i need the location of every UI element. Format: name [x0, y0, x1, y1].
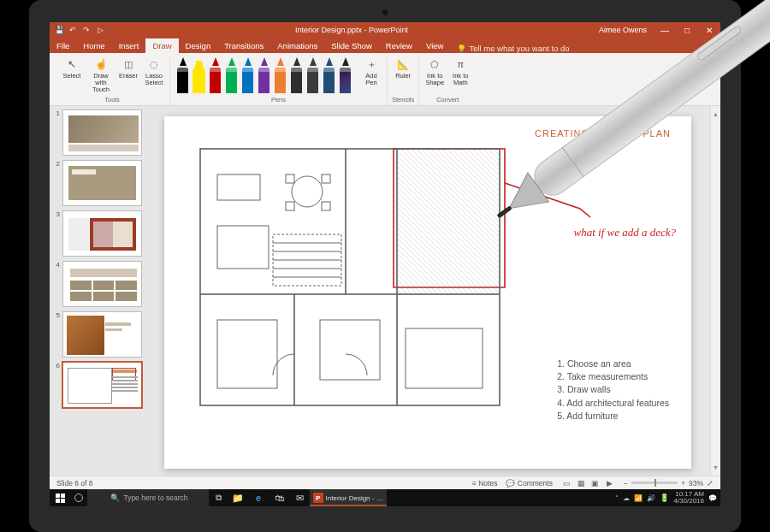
group-label-stencils: Stencils	[392, 96, 414, 105]
normal-view-icon[interactable]: ▭	[561, 479, 573, 488]
folder-icon: 📁	[232, 493, 244, 504]
zoom-in-icon[interactable]: +	[681, 479, 685, 488]
thumbnail-5[interactable]: 5	[53, 311, 142, 358]
ink-to-math-button[interactable]: π Ink to Math	[449, 56, 471, 86]
redo-icon[interactable]: ↷	[82, 26, 91, 34]
quick-access-toolbar: 💾 ↶ ↷ ▷	[50, 26, 104, 34]
pen-5[interactable]	[257, 57, 271, 93]
taskbar-search[interactable]: 🔍 Type here to search	[87, 489, 209, 506]
slide-list[interactable]: 1. Choose an area 2. Take measurements 3…	[557, 358, 669, 423]
shape-icon: ⬠	[427, 56, 442, 72]
close-button[interactable]: ✕	[698, 26, 720, 35]
tab-draw[interactable]: Draw	[145, 38, 178, 53]
task-view-button[interactable]: ⧉	[209, 489, 228, 506]
pen-3[interactable]	[224, 57, 239, 93]
start-slideshow-icon[interactable]: ▷	[96, 26, 104, 34]
tab-file[interactable]: File	[50, 38, 76, 53]
minimize-button[interactable]: —	[654, 26, 676, 35]
pen-10[interactable]	[338, 57, 352, 93]
onedrive-icon[interactable]: ☁	[623, 494, 630, 502]
ink-to-shape-button[interactable]: ⬠ Ink to Shape	[424, 56, 446, 86]
pen-4[interactable]	[240, 57, 255, 93]
battery-icon[interactable]: 🔋	[660, 494, 669, 502]
tab-review[interactable]: Review	[379, 38, 419, 53]
tray-chevron-icon[interactable]: ˄	[615, 494, 619, 502]
tab-animations[interactable]: Animations	[270, 38, 324, 53]
slide-heading[interactable]: CREATING A FLOOR PLAN	[535, 128, 671, 139]
taskbar-clock[interactable]: 10:17 AM 4/30/2018	[673, 491, 704, 505]
tell-me[interactable]: 💡 Tell me what you want to do	[457, 44, 569, 53]
ruler-button[interactable]: 📐 Ruler	[392, 56, 414, 80]
view-buttons: ▭ ▦ ▣ ▶	[561, 479, 615, 488]
add-pen-button[interactable]: ＋ Add Pen	[360, 56, 382, 86]
wifi-icon[interactable]: 📶	[634, 494, 643, 502]
pen-6[interactable]	[273, 57, 287, 93]
tab-transitions[interactable]: Transitions	[217, 38, 270, 53]
tab-slideshow[interactable]: Slide Show	[324, 38, 379, 53]
signed-in-user[interactable]: Aimee Owens	[599, 26, 654, 34]
fit-to-window-icon[interactable]: ⤢	[707, 479, 714, 488]
pen-8[interactable]	[305, 57, 320, 93]
thumbnail-1[interactable]: 1	[53, 109, 142, 156]
svg-point-8	[292, 176, 323, 207]
undo-icon[interactable]: ↶	[68, 26, 77, 34]
lasso-select-button[interactable]: ◌ Lasso Select	[143, 56, 165, 86]
select-button[interactable]: ↖ Select	[59, 56, 85, 80]
floor-plan-image[interactable]	[192, 140, 508, 414]
sorter-view-icon[interactable]: ▦	[575, 479, 587, 488]
taskbar-app-explorer[interactable]: 📁	[228, 489, 248, 506]
slide-indicator[interactable]: Slide 6 of 8	[56, 479, 93, 488]
svg-rect-25	[61, 494, 65, 498]
powerpoint-icon: P	[313, 493, 323, 503]
ink-handwriting[interactable]: what if we add a deck?	[573, 226, 676, 239]
scroll-up-icon[interactable]: ▲	[713, 111, 719, 117]
eraser-button[interactable]: ◫ Eraser	[117, 56, 139, 80]
svg-rect-14	[217, 226, 269, 269]
zoom-slider[interactable]	[631, 482, 678, 484]
volume-icon[interactable]: 🔊	[647, 494, 655, 502]
thumbnail-6[interactable]: 6	[53, 362, 142, 408]
comments-button[interactable]: 💬 Comments	[506, 479, 552, 488]
start-button[interactable]	[50, 489, 70, 506]
system-tray[interactable]: ˄ ☁ 📶 🔊 🔋 10:17 AM 4/30/2018 💬	[615, 491, 720, 505]
save-icon[interactable]: 💾	[55, 26, 63, 34]
slide-thumbnails[interactable]: 1 2 3 4 5 6	[50, 106, 145, 476]
taskbar-app-edge[interactable]: e	[248, 489, 269, 506]
pen-7[interactable]	[289, 57, 304, 93]
taskbar: 🔍 Type here to search ⧉ 📁 e 🛍 ✉ P Interi…	[50, 489, 720, 506]
taskbar-app-mail[interactable]: ✉	[289, 489, 310, 506]
tab-view[interactable]: View	[419, 38, 450, 53]
tab-insert[interactable]: Insert	[112, 38, 146, 53]
draw-with-touch-button[interactable]: ☝ Draw with Touch	[88, 56, 114, 93]
highlighter-1[interactable]	[192, 57, 206, 93]
svg-rect-26	[56, 499, 60, 503]
taskbar-app-store[interactable]: 🛍	[269, 489, 289, 506]
cursor-icon: ↖	[64, 56, 80, 72]
scroll-down-icon[interactable]: ▼	[713, 464, 719, 470]
zoom-control[interactable]: − + 93% ⤢	[624, 479, 714, 488]
zoom-percent[interactable]: 93%	[689, 479, 703, 488]
vertical-scrollbar[interactable]: ▲ ▼	[710, 106, 720, 476]
taskbar-app-powerpoint[interactable]: P Interior Design - P...	[310, 489, 387, 506]
cortana-button[interactable]	[70, 489, 87, 506]
thumbnail-2[interactable]: 2	[53, 160, 142, 206]
pen-2[interactable]	[208, 57, 222, 93]
action-center-icon[interactable]: 💬	[708, 494, 717, 502]
tab-home[interactable]: Home	[76, 38, 111, 53]
group-pens: ＋ Add Pen Pens	[170, 56, 388, 105]
tab-design[interactable]: Design	[179, 38, 218, 53]
notes-button[interactable]: ≡ Notes	[472, 479, 498, 488]
slideshow-view-icon[interactable]: ▶	[603, 479, 615, 488]
reading-view-icon[interactable]: ▣	[589, 479, 601, 488]
thumbnail-4[interactable]: 4	[53, 261, 142, 307]
pen-0[interactable]	[175, 57, 190, 93]
pen-9[interactable]	[322, 57, 336, 93]
search-placeholder: Type here to search	[123, 494, 187, 502]
maximize-button[interactable]: □	[676, 26, 698, 35]
slide-canvas-area[interactable]: CREATING A FLOOR PLAN what if we add a d…	[145, 106, 710, 476]
svg-rect-27	[61, 499, 65, 503]
group-label-convert: Convert	[436, 96, 459, 105]
slide[interactable]: CREATING A FLOOR PLAN what if we add a d…	[164, 116, 691, 469]
thumbnail-3[interactable]: 3	[53, 210, 142, 257]
zoom-out-icon[interactable]: −	[624, 479, 628, 488]
